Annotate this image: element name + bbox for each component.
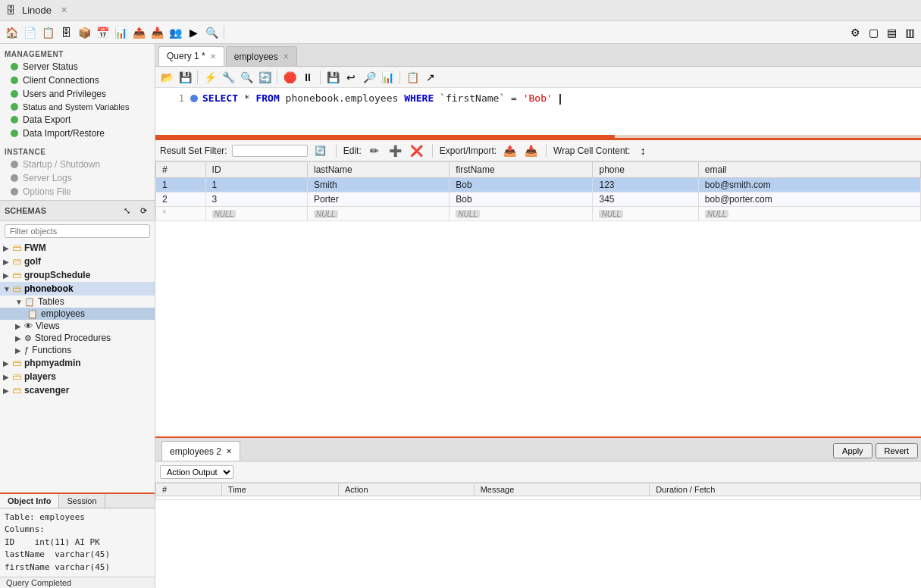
schema-item-employees[interactable]: 📋 employees	[0, 308, 155, 320]
main-toolbar: 🏠 📄 📋 🗄 📦 📅 📊 📤 📥 👥 ▶ 🔍 ⚙ ▢ ▤ ▥	[0, 21, 921, 44]
golf-db-icon: 🗃	[12, 256, 21, 267]
sidebar-item-client-connections[interactable]: Client Connections	[5, 74, 150, 87]
toolbar-layout2[interactable]: ▤	[883, 24, 900, 41]
schema-item-scavenger[interactable]: ▶ 🗃 scavenger	[0, 383, 155, 397]
toolbar-event[interactable]: 📅	[94, 24, 111, 41]
users-label: Users and Privileges	[23, 89, 106, 99]
table-row[interactable]: 1 1 Smith Bob 123 bob@smith.com	[156, 178, 921, 192]
query-tabs: Query 1 * ✕ employees ✕	[155, 44, 921, 67]
toolbar-table[interactable]: 📋	[39, 24, 56, 41]
revert-button[interactable]: Revert	[876, 443, 918, 458]
schema-item-phpmyadmin[interactable]: ▶ 🗃 phpmyadmin	[0, 356, 155, 370]
toolbar-data[interactable]: 📊	[112, 24, 129, 41]
action-output-dropdown[interactable]: Action Output	[160, 465, 233, 479]
stored-procedures-expand-icon: ▶	[15, 334, 24, 342]
sql-export-btn[interactable]: ↗	[422, 69, 439, 86]
sql-open-btn[interactable]: 📂	[158, 69, 175, 86]
sql-pause-btn[interactable]: ⏸	[299, 69, 316, 86]
sql-format-btn[interactable]: 📋	[404, 69, 421, 86]
null-badge: NULL	[456, 210, 480, 218]
schema-item-stored-procedures[interactable]: ▶ ⚙ Stored Procedures	[0, 332, 155, 344]
toolbar-routine[interactable]: 📦	[76, 24, 92, 41]
schema-item-views[interactable]: ▶ 👁 Views	[0, 320, 155, 332]
export-icon[interactable]: 📤	[501, 142, 518, 159]
schema-item-fwm[interactable]: ▶ 🗃 FWM	[0, 241, 155, 255]
sql-explain-btn[interactable]: 🔧	[220, 69, 237, 86]
table-row-null[interactable]: * NULL NULL NULL NULL NULL	[156, 207, 921, 221]
table-row[interactable]: 2 3 Porter Bob 345 bob@porter.com	[156, 192, 921, 207]
sql-find-btn[interactable]: 🔍	[238, 69, 255, 86]
sql-commit-btn[interactable]: 💾	[324, 69, 341, 86]
edit-pencil-icon[interactable]: ✏	[366, 142, 383, 159]
toolbar-settings[interactable]: ⚙	[847, 24, 863, 41]
employees2-close-icon[interactable]: ✕	[226, 447, 232, 455]
schema-item-functions[interactable]: ▶ ƒ Functions	[0, 344, 155, 356]
sidebar-item-status-vars[interactable]: Status and System Variables	[5, 101, 150, 113]
schema-item-groupschedule[interactable]: ▶ 🗃 groupSchedule	[0, 268, 155, 282]
wrap-label: Wrap Cell Content:	[553, 145, 630, 156]
toolbar-export[interactable]: 📤	[130, 24, 147, 41]
status-vars-label: Status and System Variables	[23, 102, 129, 111]
schema-item-phonebook[interactable]: ▼ 🗃 phonebook	[0, 282, 155, 296]
groupschedule-expand-icon: ▶	[3, 271, 12, 280]
filter-apply-icon[interactable]: 🔄	[312, 142, 329, 159]
functions-label: Functions	[32, 345, 71, 355]
obj-tab-session[interactable]: Session	[59, 494, 105, 508]
toolbar-home[interactable]: 🏠	[3, 24, 20, 41]
sidebar-item-startup[interactable]: Startup / Shutdown	[5, 158, 150, 171]
query1-close-icon[interactable]: ✕	[210, 52, 216, 61]
players-expand-icon: ▶	[3, 373, 12, 381]
apply-button[interactable]: Apply	[833, 443, 872, 458]
toolbar-schema[interactable]: 🗄	[58, 24, 74, 41]
sidebar-item-server-logs[interactable]: Server Logs	[5, 171, 150, 185]
result-filter-input[interactable]	[232, 145, 308, 157]
query-tab-employees[interactable]: employees ✕	[226, 46, 297, 66]
obj-tab-info[interactable]: Object Info	[0, 494, 59, 508]
sidebar-item-server-status[interactable]: Server Status	[5, 60, 150, 74]
sql-save-btn[interactable]: 💾	[177, 69, 193, 86]
null-badge: NULL	[314, 210, 338, 218]
query-tab-query1[interactable]: Query 1 * ✕	[158, 46, 224, 66]
toolbar-query[interactable]: 🔍	[203, 24, 220, 41]
schema-item-golf[interactable]: ▶ 🗃 golf	[0, 255, 155, 268]
cell-phone: 345	[593, 192, 698, 207]
fwm-db-icon: 🗃	[12, 242, 21, 253]
sidebar-item-data-export[interactable]: Data Export	[5, 113, 150, 127]
schema-item-tables[interactable]: ▼ 📋 Tables	[0, 296, 155, 308]
title-tab-close[interactable]: ✕	[61, 5, 67, 15]
sql-text: SELECT * FROM phonebook.employees WHERE …	[202, 92, 561, 105]
sql-stop-btn[interactable]: 🛑	[281, 69, 298, 86]
sql-stats-btn[interactable]: 📊	[379, 69, 396, 86]
sidebar-item-options-file[interactable]: Options File	[5, 185, 150, 199]
result-area: Result Set Filter: 🔄 Edit: ✏ ➕ ❌ Export/…	[155, 140, 921, 588]
app-container: 🗄 Linode ✕ 🏠 📄 📋 🗄 📦 📅 📊 📤 📥 👥 ▶ 🔍 ⚙ ▢ ▤…	[0, 0, 921, 588]
edit-add-icon[interactable]: ➕	[387, 142, 404, 159]
sidebar-item-data-import[interactable]: Data Import/Restore	[5, 127, 150, 140]
toolbar-sql[interactable]: 📄	[21, 24, 38, 41]
col-header-lastname: lastName	[307, 162, 449, 178]
employees-tab-close-icon[interactable]: ✕	[283, 52, 289, 61]
col-header-num: #	[156, 162, 206, 178]
sql-rollback-btn[interactable]: ↩	[343, 69, 359, 86]
schemas-refresh-btn[interactable]: ⟳	[136, 204, 150, 217]
toolbar-run[interactable]: ▶	[185, 24, 202, 41]
toolbar-users[interactable]: 👥	[167, 24, 183, 41]
schema-item-players[interactable]: ▶ 🗃 players	[0, 370, 155, 383]
sidebar-item-users-privileges[interactable]: Users and Privileges	[5, 87, 150, 101]
sql-content[interactable]: 1 SELECT * FROM phonebook.employees WHER…	[155, 88, 921, 133]
import-icon[interactable]: 📥	[522, 142, 539, 159]
toolbar-import[interactable]: 📥	[149, 24, 165, 41]
sql-run-btn[interactable]: ⚡	[202, 69, 218, 86]
obj-info-section: Object Info Session Table: employees Col…	[0, 493, 155, 577]
schema-filter-input[interactable]	[5, 224, 150, 238]
bottom-tab-employees2[interactable]: employees 2 ✕	[161, 441, 240, 461]
toolbar-layout1[interactable]: ▢	[865, 24, 882, 41]
schemas-expand-btn[interactable]: ⤡	[120, 204, 133, 217]
wrap-icon[interactable]: ↕	[634, 142, 651, 159]
edit-delete-icon[interactable]: ❌	[409, 142, 425, 159]
sql-refresh-btn[interactable]: 🔄	[256, 69, 273, 86]
result-table-wrapper[interactable]: # ID lastName firstName phone email 1	[155, 161, 921, 436]
cell-email: bob@smith.com	[698, 178, 920, 192]
toolbar-layout3[interactable]: ▥	[901, 24, 918, 41]
sql-zoom-btn[interactable]: 🔎	[361, 69, 377, 86]
